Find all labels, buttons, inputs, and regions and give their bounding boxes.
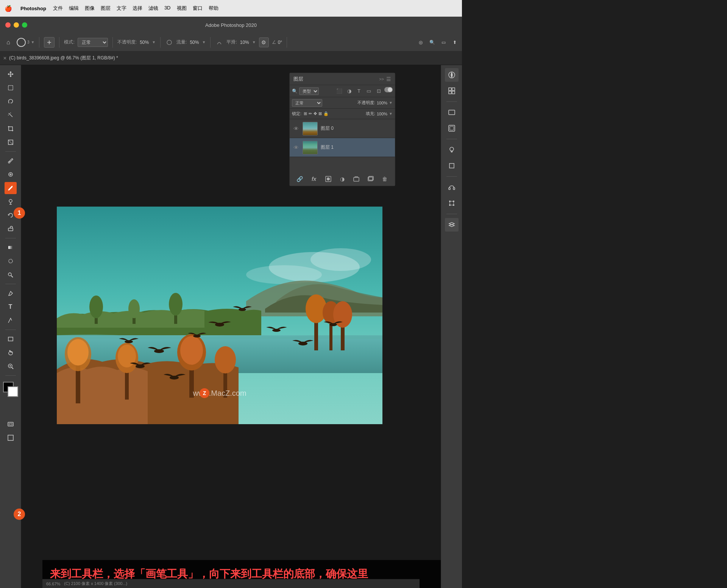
lock-brush-icon[interactable]: ✏ [309, 111, 312, 116]
menu-3d[interactable]: 3D [164, 5, 171, 12]
lock-artboard-icon[interactable]: ⊠ [318, 111, 322, 116]
brush-tool[interactable] [5, 182, 17, 194]
grid-panel-btn[interactable] [445, 84, 459, 98]
filter-type-select[interactable]: 类型 [299, 87, 319, 95]
layer-1-visibility[interactable]: 👁 [293, 144, 300, 151]
home-button[interactable]: ⌂ [3, 37, 14, 48]
frame-btn[interactable]: ▭ [439, 38, 448, 47]
menu-text[interactable]: 文字 [117, 5, 126, 12]
filter-shape-btn[interactable]: ▭ [365, 87, 373, 95]
layer-item-0[interactable]: 👁 图层 0 [290, 119, 395, 138]
gradient-tool[interactable] [5, 241, 17, 254]
fill-chevron[interactable]: ▼ [389, 112, 393, 116]
blend-mode-select[interactable]: 正常 [292, 99, 322, 107]
maximize-button[interactable] [22, 22, 27, 28]
minimize-button[interactable] [14, 22, 19, 28]
lasso-tool[interactable] [5, 95, 17, 107]
headphones-btn[interactable] [445, 180, 459, 194]
separator-5 [5, 375, 16, 376]
filter-adjust-btn[interactable]: ◑ [345, 87, 353, 95]
quick-mask-tool[interactable] [5, 418, 17, 430]
export-btn[interactable]: ⬆ [451, 38, 459, 47]
layer-item-1[interactable]: 👁 图层 1 [290, 138, 395, 157]
menu-window[interactable]: 窗口 [193, 5, 203, 12]
filter-toggle-btn[interactable] [384, 87, 393, 92]
spot-heal-tool[interactable] [5, 168, 17, 180]
filter-text-btn[interactable]: T [355, 87, 363, 95]
svg-point-58 [272, 329, 281, 332]
svg-point-80 [450, 147, 454, 151]
light-bulb-btn[interactable] [445, 143, 459, 157]
opacity-chevron[interactable]: ▼ [389, 101, 393, 105]
transform-tool[interactable] [5, 136, 17, 148]
dodge-tool[interactable] [5, 269, 17, 281]
filter-smart-btn[interactable]: ⊡ [374, 87, 383, 95]
tab-close-btn[interactable]: ✕ [3, 56, 7, 61]
search-btn[interactable]: 🔍 [428, 38, 436, 47]
brush-size-display [17, 38, 26, 47]
brush-options-btn[interactable] [44, 37, 55, 48]
apple-icon[interactable]: 🍎 [5, 5, 12, 12]
filter-pixel-btn[interactable]: ⬛ [335, 87, 343, 95]
properties-panel-btn[interactable] [445, 121, 459, 135]
target-btn[interactable]: ◎ [417, 38, 425, 47]
tab-title[interactable]: (C) birds_38396608.jpeg @ 66.7% (图层 1, R… [9, 55, 118, 61]
new-adjustment-btn[interactable]: ◑ [338, 174, 347, 184]
link-layers-btn[interactable]: 🔗 [295, 174, 304, 184]
layers-empty-space [290, 157, 395, 172]
airbrush-btn[interactable] [165, 38, 173, 47]
transform-panel-btn[interactable] [445, 196, 459, 210]
delete-layer-btn[interactable]: 🗑 [380, 174, 389, 184]
smooth-icon[interactable] [215, 38, 223, 47]
lock-checkerboard-icon[interactable]: ⊞ [304, 111, 307, 116]
path-select-tool[interactable] [5, 314, 17, 327]
layers-panel-header: 图层 >> ☰ [290, 73, 395, 85]
new-layer-btn[interactable] [366, 174, 375, 184]
close-button[interactable] [5, 22, 11, 28]
menu-help[interactable]: 帮助 [209, 5, 218, 12]
title-bar: Adobe Photoshop 2020 [0, 17, 462, 33]
lock-move-icon[interactable]: ✥ [314, 111, 317, 116]
menu-select[interactable]: 选择 [133, 5, 142, 12]
color-panel-btn[interactable] [445, 68, 459, 82]
layers-toggle-btn[interactable] [445, 218, 459, 232]
menu-edit[interactable]: 编辑 [69, 5, 79, 12]
eraser-tool[interactable] [5, 223, 17, 235]
screen-mode-tool[interactable] [5, 432, 17, 444]
marquee-tool[interactable] [5, 82, 17, 94]
move-tool[interactable] [5, 68, 17, 80]
eyedropper-tool[interactable] [5, 155, 17, 167]
menu-filter[interactable]: 滤镜 [148, 5, 158, 12]
history-panel-btn[interactable] [445, 106, 459, 119]
hand-tool[interactable] [5, 347, 17, 359]
blur-tool[interactable] [5, 255, 17, 267]
separator-4 [5, 330, 16, 330]
new-group-btn[interactable] [352, 174, 361, 184]
artboard-btn[interactable] [445, 159, 459, 173]
menu-file[interactable]: 文件 [53, 5, 63, 12]
blend-mode-select[interactable]: 正常 [78, 38, 108, 47]
crop-tool[interactable] [5, 123, 17, 135]
brush-preview[interactable]: 3 ▼ [17, 38, 34, 47]
magic-wand-tool[interactable] [5, 109, 17, 121]
layers-lock-row: 锁定: ⊞ ✏ ✥ ⊠ 🔒 填充: 100% ▼ [290, 109, 395, 119]
menu-view[interactable]: 视图 [177, 5, 187, 12]
add-mask-btn[interactable] [324, 174, 333, 184]
lock-all-icon[interactable]: 🔒 [323, 111, 329, 116]
menu-image[interactable]: 图像 [85, 5, 95, 12]
step2-badge: 2 [14, 509, 25, 520]
background-color[interactable] [8, 386, 18, 397]
app-name[interactable]: Photoshop [20, 6, 46, 11]
layer-effects-btn[interactable]: fx [309, 174, 318, 184]
layers-menu-btn[interactable]: ☰ [386, 76, 391, 82]
collapse-arrow[interactable]: >> [379, 77, 384, 81]
layer-0-visibility[interactable]: 👁 [293, 125, 300, 132]
clone-tool[interactable] [5, 196, 17, 208]
text-tool[interactable]: T [5, 301, 17, 313]
pen-tool[interactable] [5, 287, 17, 299]
rectangle-tool[interactable] [5, 333, 17, 345]
canvas-image[interactable]: www.MacZ.com Z [57, 207, 382, 424]
settings-button[interactable]: ⚙ [259, 37, 269, 47]
zoom-tool[interactable] [5, 360, 17, 372]
menu-layer[interactable]: 图层 [101, 5, 111, 12]
